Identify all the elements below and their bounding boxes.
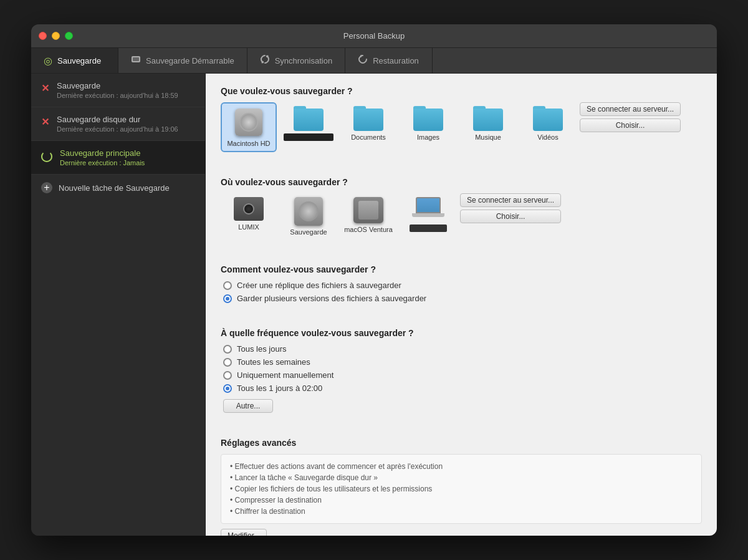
advanced-box: Effectuer des actions avant de commencer… [221, 454, 702, 524]
how-versions-radio [223, 294, 232, 303]
sidebar-item-principale[interactable]: Sauvegarde principale Dernière exécution… [31, 141, 205, 175]
how-replique-option[interactable]: Créer une réplique des fichiers à sauveg… [223, 281, 702, 290]
source-documents[interactable]: Documents [340, 102, 396, 145]
dest-section: Où voulez-vous sauvegarder ? LUMIX [221, 177, 702, 239]
advanced-item-2: Copier les fichiers de tous les utilisat… [230, 483, 693, 495]
add-task-button[interactable]: + Nouvelle tâche de Sauvegarde [31, 175, 205, 201]
close-button[interactable] [39, 32, 47, 40]
sidebar: ✕ Sauvegarde Dernière exécution : aujour… [31, 74, 206, 536]
sauvegarde-dest-label: Sauvegarde [290, 228, 327, 236]
restauration-tab-icon [358, 54, 368, 67]
musique-folder-icon [473, 106, 503, 131]
connect-server-dest-button[interactable]: Se connecter au serveur... [460, 193, 561, 207]
advanced-list: Effectuer des actions avant de commencer… [230, 461, 693, 517]
dest-blurred-laptop[interactable] [400, 193, 456, 236]
sidebar-item-1-sub: Dernière exécution : aujourd'hui à 18:59 [57, 92, 195, 99]
add-task-label: Nouvelle tâche de Sauvegarde [59, 183, 170, 193]
tab-restauration[interactable]: Restauration [345, 48, 433, 73]
tab-sauvegarde[interactable]: ◎ Sauvegarde [31, 48, 118, 73]
tab-demarrable[interactable]: Sauvegarde Démarrable [118, 48, 247, 73]
frequency-radio-group: Tous les jours Toutes les semaines Uniqu… [221, 344, 702, 413]
dest-server-buttons: Se connecter au serveur... Choisir... [460, 193, 561, 223]
how-title: Comment voulez-vous sauvegarder ? [221, 264, 702, 274]
active-icon [41, 150, 52, 162]
lumix-camera-icon [234, 197, 264, 221]
dest-macos-ventura[interactable]: macOS Ventura [340, 193, 396, 237]
laptop-icon [412, 197, 444, 222]
videos-folder-icon [533, 106, 563, 131]
source-images[interactable]: Images [400, 102, 456, 145]
connect-server-button[interactable]: Se connecter au serveur... [580, 102, 681, 116]
freq-jours-radio [223, 345, 232, 354]
sidebar-item-3-content: Sauvegarde principale Dernière exécution… [60, 148, 195, 167]
freq-manuellement-label: Uniquement manuellement [237, 370, 333, 380]
dest-icons-grid: LUMIX Sauvegarde macOS Ventu [221, 193, 702, 239]
freq-semaines-option[interactable]: Toutes les semaines [223, 357, 702, 367]
title-bar: Personal Backup [31, 24, 717, 48]
advanced-section: Réglages avancés Effectuer des actions a… [221, 438, 702, 536]
advanced-title: Réglages avancés [221, 438, 702, 448]
sidebar-item-disque-dur[interactable]: ✕ Sauvegarde disque dur Dernière exécuti… [31, 107, 205, 141]
advanced-item-4: Chiffrer la destination [230, 506, 693, 517]
freq-semaines-radio [223, 358, 232, 367]
sauvegarde-tab-icon: ◎ [44, 55, 52, 67]
traffic-lights [39, 32, 73, 40]
blurred-folder-label [284, 133, 333, 141]
videos-label: Vidéos [537, 133, 558, 141]
source-blurred-folder[interactable] [280, 102, 337, 145]
choisir-source-button[interactable]: Choisir... [580, 118, 681, 132]
source-macintosh-hd[interactable]: Macintosh HD [221, 102, 277, 152]
sidebar-item-1-name: Sauvegarde [57, 81, 195, 90]
maximize-button[interactable] [65, 32, 73, 40]
frequency-section: À quelle fréquence voulez-vous sauvegard… [221, 328, 702, 413]
freq-manuellement-option[interactable]: Uniquement manuellement [223, 370, 702, 380]
dest-sauvegarde[interactable]: Sauvegarde [280, 193, 337, 239]
how-versions-option[interactable]: Garder plusieurs versions des fichiers à… [223, 294, 702, 303]
window-title: Personal Backup [343, 31, 405, 41]
images-folder-icon [413, 106, 443, 131]
sidebar-item-2-name: Sauvegarde disque dur [57, 115, 195, 124]
add-icon: + [41, 182, 52, 193]
how-radio-group: Créer une réplique des fichiers à sauveg… [221, 281, 702, 303]
lumix-label: LUMIX [238, 223, 259, 231]
freq-manuellement-radio [223, 371, 232, 380]
source-musique[interactable]: Musique [460, 102, 516, 145]
tab-sauvegarde-label: Sauvegarde [57, 56, 101, 65]
sync-tab-icon [260, 54, 270, 67]
sauvegarde-drive-icon [294, 197, 323, 226]
autre-button[interactable]: Autre... [223, 399, 273, 413]
sidebar-item-2-sub: Dernière exécution : aujourd'hui à 19:06 [57, 125, 195, 133]
error-icon-1: ✕ [41, 82, 49, 94]
dest-lumix[interactable]: LUMIX [221, 193, 277, 234]
tab-synchronisation[interactable]: Synchronisation [247, 48, 346, 73]
sidebar-item-3-sub: Dernière exécution : Jamais [60, 159, 195, 167]
how-section: Comment voulez-vous sauvegarder ? Créer … [221, 264, 702, 303]
how-replique-radio [223, 281, 232, 290]
sidebar-item-sauvegarde[interactable]: ✕ Sauvegarde Dernière exécution : aujour… [31, 74, 205, 107]
tab-synchronisation-label: Synchronisation [275, 56, 333, 65]
source-server-buttons: Se connecter au serveur... Choisir... [580, 102, 681, 132]
dest-title: Où voulez-vous sauvegarder ? [221, 177, 702, 187]
freq-jours-label: Tous les jours [237, 344, 286, 354]
minimize-button[interactable] [52, 32, 60, 40]
freq-auto-option[interactable]: Tous les 1 jours à 02:00 [223, 384, 702, 393]
modifier-button[interactable]: Modifier... [221, 529, 267, 536]
freq-semaines-label: Toutes les semaines [237, 357, 310, 367]
error-icon-2: ✕ [41, 116, 49, 128]
documents-label: Documents [351, 133, 386, 141]
freq-auto-radio [223, 384, 232, 393]
tab-demarrable-label: Sauvegarde Démarrable [146, 56, 234, 65]
advanced-item-0: Effectuer des actions avant de commencer… [230, 461, 693, 472]
how-versions-label: Garder plusieurs versions des fichiers à… [237, 294, 426, 303]
frequency-title: À quelle fréquence voulez-vous sauvegard… [221, 328, 702, 338]
source-section: Que voulez-vous sauvegarder ? Macintosh … [221, 86, 702, 152]
demarrable-tab-icon [131, 54, 141, 67]
main-layout: ✕ Sauvegarde Dernière exécution : aujour… [31, 74, 717, 536]
tab-bar: ◎ Sauvegarde Sauvegarde Démarrable [31, 48, 717, 74]
blurred-dest-label [410, 224, 447, 232]
freq-jours-option[interactable]: Tous les jours [223, 344, 702, 354]
macos-ventura-label: macOS Ventura [344, 226, 393, 233]
advanced-item-1: Lancer la tâche « Sauvegarde disque dur … [230, 472, 693, 483]
choisir-dest-button[interactable]: Choisir... [460, 210, 561, 223]
source-videos[interactable]: Vidéos [520, 102, 576, 145]
